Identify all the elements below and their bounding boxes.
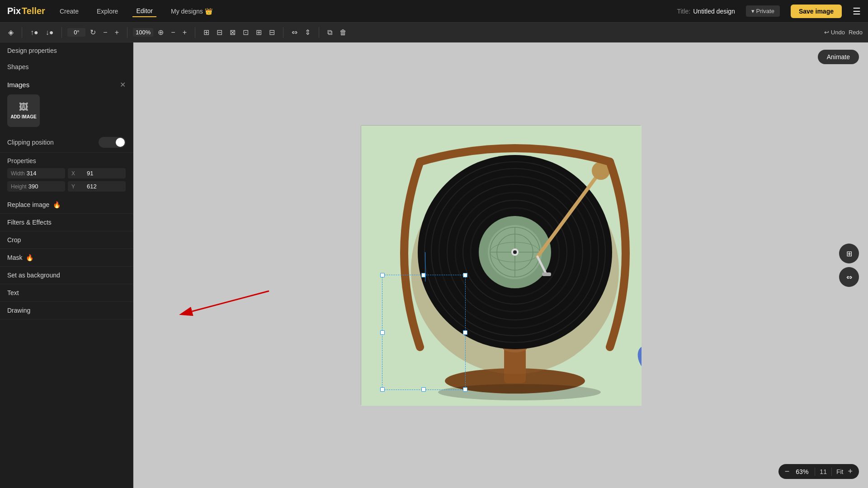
canvas-scene <box>361 126 642 406</box>
undo-label: Undo <box>831 29 845 36</box>
fire-icon-replace: 🔥 <box>53 201 61 208</box>
add-image-button[interactable]: 🖼 ADD IMAGE <box>7 94 40 127</box>
toolbar: ◈ ↑● ↓● 0° ↻ − + 100% ⊕ − + ⊞ ⊟ ⊠ ⊡ ⊞ ⊟ … <box>0 23 868 42</box>
zoom-minus-icon[interactable]: − <box>168 27 178 38</box>
minus-icon[interactable]: − <box>100 27 110 38</box>
opacity-icon[interactable]: ⊕ <box>155 26 166 38</box>
plus-icon[interactable]: + <box>112 27 122 38</box>
zoom-fit[interactable]: Fit <box>836 468 844 475</box>
sidebar-shapes[interactable]: Shapes <box>0 59 133 75</box>
set-as-background-action[interactable]: Set as background <box>0 267 133 284</box>
filters-effects-action[interactable]: Filters & Effects <box>0 214 133 231</box>
images-header: Images ✕ <box>7 80 126 89</box>
left-sidebar: Design properties Shapes Images ✕ 🖼 ADD … <box>0 42 133 488</box>
shapes-label: Shapes <box>7 63 28 70</box>
svg-line-1 <box>192 291 269 311</box>
title-area: Title: Untitled design <box>677 8 735 15</box>
filters-effects-label: Filters & Effects <box>7 219 52 226</box>
red-arrow-annotation <box>179 286 278 323</box>
drawing-action[interactable]: Drawing <box>0 302 133 319</box>
main-layout: Design properties Shapes Images ✕ 🖼 ADD … <box>0 42 868 488</box>
zoom-plus-icon[interactable]: + <box>180 27 189 38</box>
y-field[interactable]: Y 612 <box>68 181 126 192</box>
set-as-background-label: Set as background <box>7 272 60 279</box>
align-left-icon[interactable]: ⊞ <box>201 26 212 38</box>
y-label: Y <box>71 183 85 190</box>
align-group: ⊞ ⊟ ⊠ ⊡ ⊞ ⊟ <box>201 26 278 38</box>
zoom-in-button[interactable]: + <box>848 467 853 476</box>
props-grid: Width 314 X 91 Height 390 Y 612 <box>7 168 126 192</box>
copy-icon[interactable]: ⧉ <box>325 27 335 38</box>
top-nav: PixTeller Create Explore Editor My desig… <box>0 0 868 23</box>
add-layer-button[interactable]: ⊞ <box>839 244 859 263</box>
bring-forward-icon[interactable]: ↑● <box>28 27 41 38</box>
width-value: 314 <box>27 170 37 177</box>
zoom-value[interactable]: 100% <box>133 28 153 37</box>
separator-5 <box>283 27 283 38</box>
animate-button[interactable]: Animate <box>818 50 859 64</box>
title-value[interactable]: Untitled design <box>693 8 735 15</box>
expand-icon: ⇔ <box>846 273 852 282</box>
rotation-value[interactable]: 0° <box>67 28 85 37</box>
mask-action[interactable]: Mask 🔥 <box>0 249 133 267</box>
align-top-icon[interactable]: ⊡ <box>240 26 251 38</box>
nav-create[interactable]: Create <box>56 6 82 17</box>
logo-pix: Pix <box>7 6 21 16</box>
clipping-toggle[interactable] <box>99 137 126 148</box>
layer-icon[interactable]: ◈ <box>5 26 16 38</box>
properties-title: Properties <box>7 157 126 164</box>
right-float-buttons: ⊞ ⇔ <box>839 244 859 287</box>
text-action[interactable]: Text <box>0 284 133 302</box>
canvas-area[interactable]: Animate ⊞ ⇔ − 63% 11 Fit + <box>133 42 868 488</box>
save-button[interactable]: Save image <box>791 5 842 18</box>
expand-button[interactable]: ⇔ <box>839 267 859 287</box>
delete-icon[interactable]: 🗑 <box>337 27 349 38</box>
zoom-number: 11 <box>820 468 827 475</box>
flip-group: ⇔ ⇕ <box>289 26 313 38</box>
text-label: Text <box>7 289 19 296</box>
copy-group: ⧉ 🗑 <box>325 27 349 38</box>
rotate-icon[interactable]: ↻ <box>87 26 99 38</box>
svg-point-23 <box>513 250 517 254</box>
menu-button[interactable]: ☰ <box>853 6 861 17</box>
undo-button[interactable]: ↩ Undo <box>824 29 845 36</box>
drawing-label: Drawing <box>7 307 30 314</box>
height-label: Height <box>11 183 27 190</box>
flip-v-icon[interactable]: ⇕ <box>302 26 313 38</box>
images-panel: Images ✕ 🖼 ADD IMAGE <box>0 75 133 132</box>
y-value: 612 <box>87 183 97 190</box>
separator-1 <box>22 27 22 38</box>
replace-image-action[interactable]: Replace image 🔥 <box>0 196 133 214</box>
redo-button[interactable]: Redo <box>849 29 863 36</box>
replace-image-label: Replace image <box>7 201 49 208</box>
align-bottom-icon[interactable]: ⊟ <box>266 26 278 38</box>
crop-action[interactable]: Crop <box>0 231 133 249</box>
nav-explore[interactable]: Explore <box>93 6 122 17</box>
undo-redo-group: ↩ Undo Redo <box>824 29 863 36</box>
align-right-icon[interactable]: ⊠ <box>227 26 238 38</box>
nav-mydesigns[interactable]: My designs 👑 <box>167 6 216 17</box>
fire-icon-mask: 🔥 <box>26 254 33 261</box>
close-images-button[interactable]: ✕ <box>120 80 126 89</box>
properties-section: Properties Width 314 X 91 Height 390 Y 6… <box>0 153 133 196</box>
nav-editor[interactable]: Editor <box>132 5 156 17</box>
zoom-out-button[interactable]: − <box>785 467 790 476</box>
align-center-icon[interactable]: ⊟ <box>214 26 225 38</box>
clipping-section: Clipping position <box>0 132 133 153</box>
flip-h-icon[interactable]: ⇔ <box>289 26 300 38</box>
height-field[interactable]: Height 390 <box>7 181 65 192</box>
privacy-button[interactable]: ▾ Private <box>746 5 780 17</box>
x-field[interactable]: X 91 <box>68 168 126 178</box>
sidebar-design-properties[interactable]: Design properties <box>0 42 133 59</box>
width-field[interactable]: Width 314 <box>7 168 65 178</box>
mask-label: Mask <box>7 254 22 261</box>
separator-6 <box>319 27 319 38</box>
send-backward-icon[interactable]: ↓● <box>43 27 57 38</box>
zoom-sep-1 <box>815 468 815 476</box>
height-value: 390 <box>28 183 38 190</box>
clipping-label: Clipping position <box>7 139 54 146</box>
crop-label: Crop <box>7 236 21 244</box>
x-label: X <box>71 170 85 177</box>
align-middle-icon[interactable]: ⊞ <box>253 26 264 38</box>
separator-3 <box>127 27 127 38</box>
